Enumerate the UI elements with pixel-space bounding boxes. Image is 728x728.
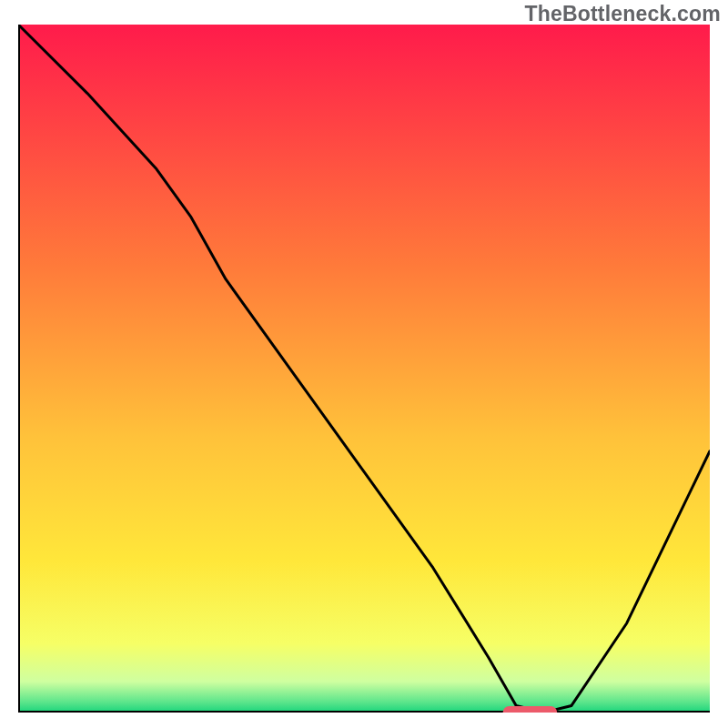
gradient-background bbox=[18, 25, 710, 713]
watermark-text: TheBottleneck.com bbox=[524, 2, 721, 26]
chart-frame: TheBottleneck.com bbox=[0, 0, 728, 728]
plot-area bbox=[18, 25, 710, 713]
plot-svg bbox=[18, 25, 710, 713]
